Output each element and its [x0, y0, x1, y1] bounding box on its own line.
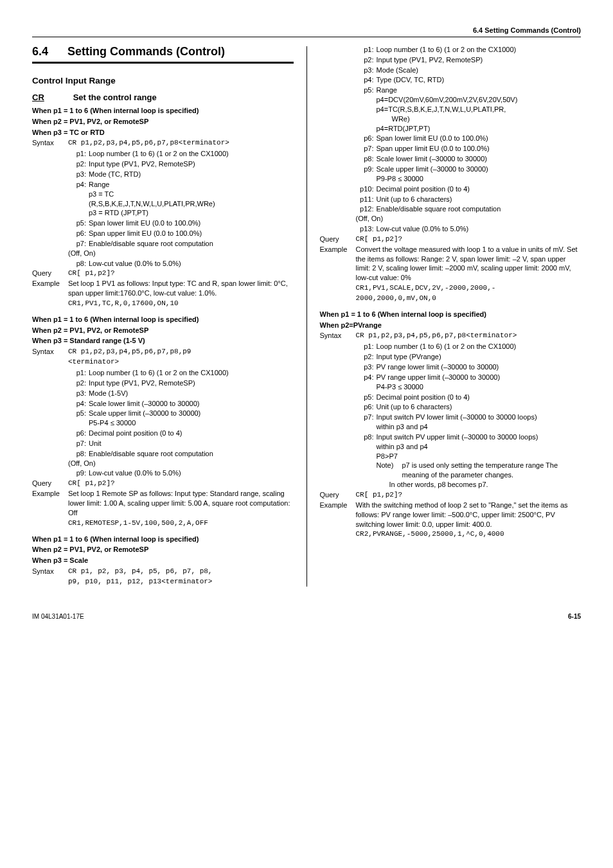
- syntax-code: CR p1,p2,p3,p4,p5,p6,p7,p8,p9: [68, 347, 294, 357]
- column-divider: [306, 46, 307, 587]
- note-text: p7 is used only setting the temperature …: [402, 461, 582, 480]
- label-example: Example: [320, 500, 356, 510]
- query-code: CR[ p1,p2]?: [356, 235, 582, 244]
- example-code: CR1,REMOTESP,1-5V,100,500,2,A,OFF: [68, 518, 294, 528]
- label-syntax: Syntax: [320, 331, 356, 341]
- condition: When p3 = Scale: [32, 556, 294, 565]
- query-code: CR[ p1,p2]?: [68, 269, 294, 278]
- example-text: Set loop 1 Remote SP as follows: Input t…: [68, 489, 294, 518]
- page-footer: IM 04L31A01-17E 6-15: [32, 612, 581, 621]
- condition: When p2 = PV1, PV2, or RemoteSP: [32, 326, 294, 335]
- condition: When p1 = 1 to 6 (When internal loop is …: [320, 310, 582, 319]
- example-code: CR1,PV1,TC,R,0,17600,ON,10: [68, 299, 294, 308]
- note-label: Note): [377, 461, 402, 480]
- label-example: Example: [32, 489, 68, 499]
- left-column: 6.4 Setting Commands (Control) Control I…: [32, 44, 294, 587]
- section-number: 6.4: [32, 44, 64, 59]
- example-code: CR1,PV1,SCALE,DCV,2V,-2000,2000,-: [356, 283, 582, 293]
- command-desc: Set the control range: [73, 93, 157, 102]
- label-syntax: Syntax: [32, 567, 68, 576]
- query-code: CR[ p1,p2]?: [68, 479, 294, 488]
- label-query: Query: [32, 269, 68, 278]
- footer-page-num: 6-15: [568, 612, 581, 621]
- footer-doc-id: IM 04L31A01-17E: [32, 612, 84, 621]
- example-code: CR2,PVRANGE,-5000,25000,1,^C,0,4000: [356, 529, 582, 539]
- query-code: CR[ p1,p2]?: [356, 490, 582, 500]
- syntax-code: CR p1,p2,p3,p4,p5,p6,p7,p8<terminator>: [68, 138, 294, 148]
- condition: When p3 = Standard range (1-5 V): [32, 336, 294, 346]
- syntax-code: CR p1, p2, p3, p4, p5, p6, p7, p8,: [68, 567, 294, 576]
- section-title: 6.4 Setting Commands (Control): [32, 44, 294, 64]
- condition: When p2 = PV1, PV2, or RemoteSP: [32, 117, 294, 127]
- command-heading: CR Set the control range: [32, 92, 294, 103]
- condition: When p2=PVrange: [320, 321, 582, 330]
- label-example: Example: [320, 245, 356, 254]
- condition: When p1 = 1 to 6 (When internal loop is …: [32, 315, 294, 324]
- label-query: Query: [320, 235, 356, 244]
- label-query: Query: [320, 490, 356, 500]
- condition: When p1 = 1 to 6 (When internal loop is …: [32, 106, 294, 116]
- subsection-heading: Control Input Range: [32, 75, 294, 87]
- label-example: Example: [32, 279, 68, 288]
- syntax-code: CR p1,p2,p3,p4,p5,p6,p7,p8<terminator>: [356, 331, 582, 341]
- section-title-text: Setting Commands (Control): [67, 45, 225, 58]
- label-syntax: Syntax: [32, 347, 68, 357]
- example-text: Convert the voltage measured with loop 1…: [356, 245, 582, 283]
- condition: When p2 = PV1, PV2, or RemoteSP: [32, 545, 294, 554]
- command-abbrev: CR: [32, 92, 71, 103]
- example-text: With the switching method of loop 2 set …: [356, 500, 582, 529]
- running-header: 6.4 Setting Commands (Control): [32, 26, 581, 37]
- right-column: p1:Loop number (1 to 6) (1 or 2 on the C…: [320, 44, 582, 587]
- label-syntax: Syntax: [32, 138, 68, 148]
- example-text: Set loop 1 PV1 as follows: Input type: T…: [68, 279, 294, 298]
- condition: When p1 = 1 to 6 (When internal loop is …: [32, 535, 294, 544]
- label-query: Query: [32, 479, 68, 488]
- condition: When p3 = TC or RTD: [32, 128, 294, 137]
